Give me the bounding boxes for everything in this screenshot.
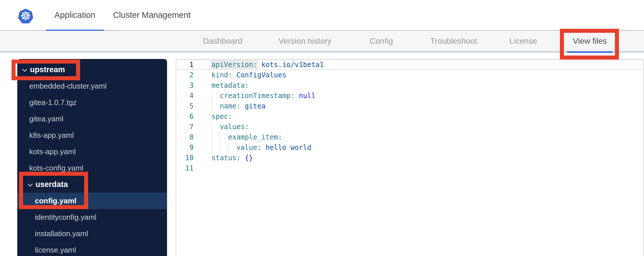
code-content: apiVersion: kots.io/v1beta1 — [211, 60, 324, 70]
file-label: embedded-cluster.yaml — [29, 82, 107, 91]
line-number: 11 — [176, 163, 194, 173]
token: null — [295, 92, 315, 100]
tree-folder-userdata[interactable]: userdata — [17, 176, 167, 193]
token: ConfigValues — [232, 71, 286, 79]
token: gitea — [240, 102, 266, 110]
token: example_item: — [228, 133, 282, 141]
line-number: 7 — [176, 122, 194, 132]
token: hello world — [261, 144, 311, 152]
kubernetes-logo-icon[interactable]: ☸ — [18, 9, 33, 24]
nav-tab-application[interactable]: Application — [46, 0, 104, 30]
token: value: — [236, 144, 262, 152]
code-content: value: hello world — [211, 142, 311, 153]
code-content: spec: — [211, 111, 232, 122]
indent-guide — [211, 132, 212, 142]
indent-guide — [220, 142, 220, 153]
code-line-8: 8example_item: — [176, 132, 643, 142]
token: name: — [220, 102, 240, 110]
tab-config[interactable]: Config — [364, 31, 399, 51]
app-tab-bar: DashboardVersion historyConfigTroublesho… — [0, 31, 644, 53]
code-line-1: 1apiVersion: kots.io/v1beta1 — [176, 60, 643, 70]
code-content: example_item: — [211, 132, 282, 142]
code-line-6: 6spec: — [176, 111, 643, 122]
line-number: 10 — [176, 153, 194, 163]
tab-license[interactable]: License — [504, 31, 543, 51]
token: status: — [211, 154, 240, 162]
line-number: 1 — [176, 60, 194, 70]
file-label: gitea-1.0.7.tgz — [29, 98, 77, 107]
tree-file-k8s-app-yaml[interactable]: k8s-app.yaml — [17, 127, 167, 144]
line-number: 4 — [176, 91, 194, 101]
file-label: kots-config.yaml — [29, 164, 84, 173]
file-label: config.yaml — [35, 196, 76, 205]
file-label: gitea.yaml — [29, 114, 64, 123]
tree-file-identityconfig-yaml[interactable]: identityconfig.yaml — [17, 209, 167, 226]
line-number: 5 — [176, 101, 194, 111]
token: {} — [240, 154, 253, 162]
tree-file-license-yaml[interactable]: license.yaml — [17, 242, 167, 256]
file-label: kots-app.yaml — [29, 147, 76, 156]
token: creationTimestamp: — [220, 92, 295, 100]
code-line-7: 7values: — [176, 122, 643, 132]
code-line-4: 4creationTimestamp: null — [176, 91, 643, 101]
nav-tab-cluster-management[interactable]: Cluster Management — [104, 0, 199, 30]
kots-admin-console: ☸ ApplicationCluster Management Dashboar… — [0, 0, 644, 256]
code-line-11: 11 — [176, 163, 643, 173]
file-label: identityconfig.yaml — [35, 213, 96, 222]
indent-guide — [211, 142, 212, 153]
token: kind: — [211, 71, 232, 79]
code-line-10: 10status: {} — [176, 153, 643, 163]
code-content: status: {} — [211, 153, 253, 163]
file-label: k8s-app.yaml — [29, 131, 74, 140]
line-number: 8 — [176, 132, 194, 142]
tree-file-kots-app-yaml[interactable]: kots-app.yaml — [17, 144, 167, 160]
code-line-2: 2kind: ConfigValues — [176, 70, 643, 80]
helm-wheel-glyph: ☸ — [20, 10, 31, 22]
code-content: metadata: — [211, 80, 249, 91]
tab-troubleshoot[interactable]: Troubleshoot — [425, 31, 483, 51]
code-content: values: — [211, 122, 249, 132]
line-number: 2 — [176, 70, 194, 80]
tab-version-history[interactable]: Version history — [273, 31, 337, 51]
file-tree-sidebar: upstreamembedded-cluster.yamlgitea-1.0.7… — [17, 59, 167, 256]
tree-file-embedded-cluster-yaml[interactable]: embedded-cluster.yaml — [17, 78, 167, 94]
code-content: creationTimestamp: null — [211, 91, 315, 101]
tree-folder-upstream[interactable]: upstream — [17, 62, 167, 78]
code-line-5: 5name: gitea — [176, 101, 643, 111]
token: apiVersion: — [211, 61, 257, 69]
tree-file-config-yaml[interactable]: config.yaml — [17, 193, 167, 209]
indent-guide — [211, 101, 212, 111]
indent-guide — [228, 142, 229, 153]
chevron-down-icon — [22, 67, 28, 73]
folder-label: userdata — [35, 180, 68, 189]
token: values: — [220, 123, 249, 131]
tab-view-files[interactable]: View files — [567, 31, 613, 51]
code-line-9: 9value: hello world — [176, 142, 643, 153]
chevron-down-icon — [27, 182, 33, 188]
folder-label: upstream — [30, 65, 65, 74]
yaml-file-viewer[interactable]: 1apiVersion: kots.io/v1beta12kind: Confi… — [176, 59, 644, 256]
tree-file-gitea-1-0-7-tgz[interactable]: gitea-1.0.7.tgz — [17, 94, 167, 111]
line-number: 3 — [176, 80, 194, 91]
indent-guide — [211, 91, 212, 101]
file-label: license.yaml — [35, 246, 76, 255]
token: spec: — [211, 112, 232, 121]
top-navbar: ☸ ApplicationCluster Management — [0, 0, 644, 31]
file-label: installation.yaml — [35, 229, 88, 238]
indent-guide — [220, 132, 220, 142]
token: metadata: — [211, 81, 249, 89]
code-content: name: gitea — [211, 101, 266, 111]
tree-file-kots-config-yaml[interactable]: kots-config.yaml — [17, 160, 167, 176]
tree-file-gitea-yaml[interactable]: gitea.yaml — [17, 111, 167, 127]
code-content: kind: ConfigValues — [211, 70, 286, 80]
line-number: 9 — [176, 142, 194, 153]
code-line-3: 3metadata: — [176, 80, 643, 91]
line-number: 6 — [176, 111, 194, 122]
token: kots.io/v1beta1 — [257, 61, 324, 69]
indent-guide — [211, 122, 212, 132]
tab-dashboard[interactable]: Dashboard — [197, 31, 248, 51]
tree-file-installation-yaml[interactable]: installation.yaml — [17, 226, 167, 242]
